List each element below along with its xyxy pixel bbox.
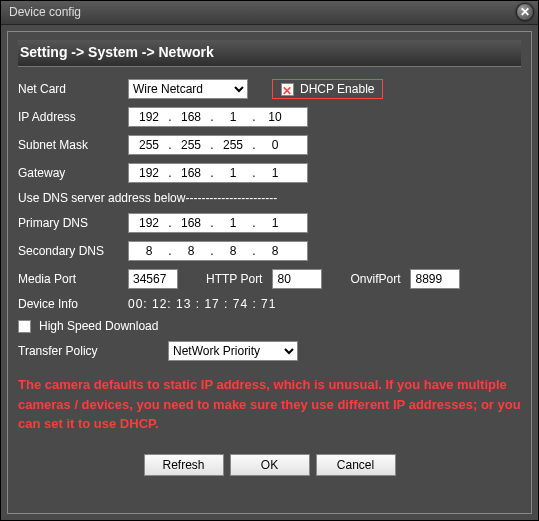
content-area: Setting -> System -> Network Net Card Wi…: [1, 25, 538, 520]
subnet-octet-2[interactable]: [173, 137, 209, 153]
ip-address-input[interactable]: . . .: [128, 107, 308, 127]
ip-octet-4[interactable]: [257, 109, 293, 125]
ip-address-row: IP Address . . .: [18, 107, 521, 127]
transfer-policy-row: Transfer Policy NetWork Priority: [18, 341, 521, 361]
device-config-window: Device config ✕ Setting -> System -> Net…: [0, 0, 539, 521]
secondary-dns-label: Secondary DNS: [18, 244, 128, 258]
gateway-row: Gateway . . .: [18, 163, 521, 183]
ip-address-label: IP Address: [18, 110, 128, 124]
subnet-octet-3[interactable]: [215, 137, 251, 153]
dhcp-checkbox[interactable]: ✕: [281, 83, 294, 96]
transfer-policy-select[interactable]: NetWork Priority: [168, 341, 298, 361]
subnet-mask-label: Subnet Mask: [18, 138, 128, 152]
dhcp-enable-group: ✕ DHCP Enable: [272, 79, 383, 99]
device-info-label: Device Info: [18, 297, 128, 311]
gateway-octet-4[interactable]: [257, 165, 293, 181]
subnet-octet-4[interactable]: [257, 137, 293, 153]
high-speed-row: High Speed Download: [18, 319, 521, 333]
ok-button[interactable]: OK: [230, 454, 310, 476]
pdns-octet-3[interactable]: [215, 215, 251, 231]
primary-dns-label: Primary DNS: [18, 216, 128, 230]
warning-text: The camera defaults to static IP address…: [18, 375, 521, 434]
ip-octet-3[interactable]: [215, 109, 251, 125]
onvif-port-label: OnvifPort: [350, 272, 400, 286]
ip-octet-2[interactable]: [173, 109, 209, 125]
high-speed-label: High Speed Download: [39, 319, 158, 333]
dhcp-enable-label: DHCP Enable: [300, 82, 374, 96]
gateway-octet-1[interactable]: [131, 165, 167, 181]
device-info-row: Device Info 00: 12: 13 : 17 : 74 : 71: [18, 297, 521, 311]
gateway-octet-2[interactable]: [173, 165, 209, 181]
net-card-select[interactable]: Wire Netcard: [128, 79, 248, 99]
close-icon: ✕: [520, 5, 530, 19]
transfer-policy-label: Transfer Policy: [18, 344, 168, 358]
ports-row: Media Port HTTP Port OnvifPort: [18, 269, 521, 289]
primary-dns-input[interactable]: . . .: [128, 213, 308, 233]
gateway-octet-3[interactable]: [215, 165, 251, 181]
http-port-label: HTTP Port: [206, 272, 262, 286]
media-port-label: Media Port: [18, 272, 118, 286]
pdns-octet-2[interactable]: [173, 215, 209, 231]
gateway-input[interactable]: . . .: [128, 163, 308, 183]
cancel-button[interactable]: Cancel: [316, 454, 396, 476]
http-port-input[interactable]: [272, 269, 322, 289]
subnet-octet-1[interactable]: [131, 137, 167, 153]
secondary-dns-row: Secondary DNS . . .: [18, 241, 521, 261]
window-title: Device config: [9, 5, 81, 19]
x-icon: ✕: [282, 84, 292, 98]
gateway-label: Gateway: [18, 166, 128, 180]
pdns-octet-4[interactable]: [257, 215, 293, 231]
device-mac: 00: 12: 13 : 17 : 74 : 71: [128, 297, 276, 311]
net-card-row: Net Card Wire Netcard ✕ DHCP Enable: [18, 79, 521, 99]
titlebar: Device config ✕: [1, 1, 538, 25]
primary-dns-row: Primary DNS . . .: [18, 213, 521, 233]
sdns-octet-4[interactable]: [257, 243, 293, 259]
refresh-button[interactable]: Refresh: [144, 454, 224, 476]
net-card-label: Net Card: [18, 82, 128, 96]
settings-panel: Setting -> System -> Network Net Card Wi…: [7, 31, 532, 514]
sdns-octet-2[interactable]: [173, 243, 209, 259]
subnet-mask-input[interactable]: . . .: [128, 135, 308, 155]
ip-octet-1[interactable]: [131, 109, 167, 125]
secondary-dns-input[interactable]: . . .: [128, 241, 308, 261]
high-speed-checkbox[interactable]: [18, 320, 31, 333]
breadcrumb: Setting -> System -> Network: [18, 40, 521, 67]
close-button[interactable]: ✕: [516, 3, 534, 21]
onvif-port-input[interactable]: [410, 269, 460, 289]
subnet-mask-row: Subnet Mask . . .: [18, 135, 521, 155]
media-port-input[interactable]: [128, 269, 178, 289]
sdns-octet-3[interactable]: [215, 243, 251, 259]
pdns-octet-1[interactable]: [131, 215, 167, 231]
dns-section-label: Use DNS server address below------------…: [18, 191, 521, 205]
sdns-octet-1[interactable]: [131, 243, 167, 259]
button-row: Refresh OK Cancel: [18, 454, 521, 476]
